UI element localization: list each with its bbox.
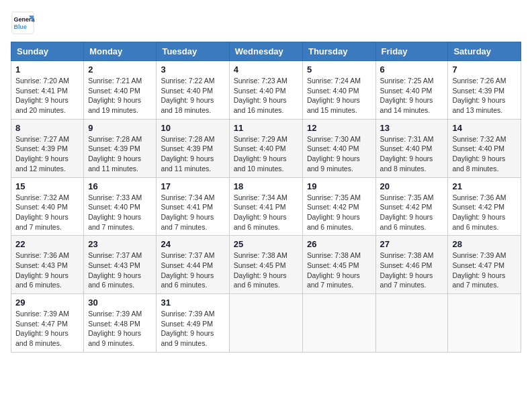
day-info: Sunrise: 7:37 AM Sunset: 4:44 PM Dayligh… — [161, 250, 224, 290]
day-number: 28 — [452, 239, 517, 249]
day-number: 13 — [380, 123, 444, 133]
calendar-day-cell: 27Sunrise: 7:38 AM Sunset: 4:46 PM Dayli… — [375, 236, 448, 294]
day-number: 31 — [161, 298, 224, 308]
day-info: Sunrise: 7:39 AM Sunset: 4:49 PM Dayligh… — [161, 309, 224, 349]
day-number: 21 — [452, 181, 517, 191]
calendar-day-cell: 3Sunrise: 7:22 AM Sunset: 4:40 PM Daylig… — [157, 61, 229, 120]
day-info: Sunrise: 7:39 AM Sunset: 4:47 PM Dayligh… — [15, 309, 79, 349]
day-number: 5 — [307, 64, 371, 75]
day-info: Sunrise: 7:20 AM Sunset: 4:41 PM Dayligh… — [15, 76, 79, 116]
day-number: 24 — [161, 239, 224, 249]
calendar-day-cell: 6Sunrise: 7:25 AM Sunset: 4:40 PM Daylig… — [375, 61, 448, 120]
day-info: Sunrise: 7:38 AM Sunset: 4:45 PM Dayligh… — [234, 250, 298, 290]
logo: General Blue — [11, 11, 38, 35]
calendar-day-cell: 24Sunrise: 7:37 AM Sunset: 4:44 PM Dayli… — [157, 236, 229, 294]
calendar-day-cell: 5Sunrise: 7:24 AM Sunset: 4:40 PM Daylig… — [302, 61, 375, 120]
calendar-header-friday: Friday — [375, 42, 448, 61]
day-number: 3 — [161, 64, 224, 75]
day-info: Sunrise: 7:38 AM Sunset: 4:45 PM Dayligh… — [307, 250, 371, 290]
day-info: Sunrise: 7:39 AM Sunset: 4:48 PM Dayligh… — [88, 309, 152, 349]
calendar-header-monday: Monday — [84, 42, 157, 61]
day-number: 2 — [88, 64, 152, 75]
day-number: 10 — [161, 123, 224, 133]
day-info: Sunrise: 7:31 AM Sunset: 4:40 PM Dayligh… — [380, 134, 444, 174]
calendar-day-cell: 16Sunrise: 7:33 AM Sunset: 4:40 PM Dayli… — [84, 177, 157, 236]
calendar-day-cell: 29Sunrise: 7:39 AM Sunset: 4:47 PM Dayli… — [11, 294, 84, 353]
day-info: Sunrise: 7:28 AM Sunset: 4:39 PM Dayligh… — [161, 134, 224, 174]
calendar-week-row: 1Sunrise: 7:20 AM Sunset: 4:41 PM Daylig… — [11, 61, 521, 120]
calendar-day-cell: 1Sunrise: 7:20 AM Sunset: 4:41 PM Daylig… — [11, 61, 84, 120]
day-number: 29 — [15, 298, 79, 308]
calendar-day-cell: 21Sunrise: 7:36 AM Sunset: 4:42 PM Dayli… — [448, 177, 521, 236]
day-number: 16 — [88, 181, 152, 191]
calendar-day-cell: 30Sunrise: 7:39 AM Sunset: 4:48 PM Dayli… — [84, 294, 157, 353]
day-info: Sunrise: 7:32 AM Sunset: 4:40 PM Dayligh… — [15, 193, 79, 232]
calendar-header-saturday: Saturday — [448, 42, 521, 61]
day-info: Sunrise: 7:35 AM Sunset: 4:42 PM Dayligh… — [380, 193, 444, 232]
calendar-day-cell: 18Sunrise: 7:34 AM Sunset: 4:41 PM Dayli… — [229, 177, 302, 236]
day-info: Sunrise: 7:39 AM Sunset: 4:47 PM Dayligh… — [452, 250, 517, 290]
day-info: Sunrise: 7:38 AM Sunset: 4:46 PM Dayligh… — [380, 250, 444, 290]
calendar-empty-cell — [302, 294, 375, 353]
day-info: Sunrise: 7:37 AM Sunset: 4:43 PM Dayligh… — [88, 250, 152, 290]
day-number: 25 — [234, 239, 298, 249]
calendar-header-wednesday: Wednesday — [229, 42, 302, 61]
day-number: 20 — [380, 181, 444, 191]
calendar-day-cell: 26Sunrise: 7:38 AM Sunset: 4:45 PM Dayli… — [302, 236, 375, 294]
day-info: Sunrise: 7:34 AM Sunset: 4:41 PM Dayligh… — [161, 193, 224, 232]
calendar-day-cell: 8Sunrise: 7:27 AM Sunset: 4:39 PM Daylig… — [11, 119, 84, 177]
day-info: Sunrise: 7:36 AM Sunset: 4:42 PM Dayligh… — [452, 193, 517, 232]
day-number: 12 — [307, 123, 371, 133]
day-number: 4 — [234, 64, 298, 75]
day-number: 26 — [307, 239, 371, 249]
day-info: Sunrise: 7:32 AM Sunset: 4:40 PM Dayligh… — [452, 134, 517, 174]
day-info: Sunrise: 7:24 AM Sunset: 4:40 PM Dayligh… — [307, 76, 371, 116]
calendar-day-cell: 9Sunrise: 7:28 AM Sunset: 4:39 PM Daylig… — [84, 119, 157, 177]
calendar-header-sunday: Sunday — [11, 42, 84, 61]
calendar-day-cell: 28Sunrise: 7:39 AM Sunset: 4:47 PM Dayli… — [448, 236, 521, 294]
day-number: 22 — [15, 239, 79, 249]
calendar-week-row: 29Sunrise: 7:39 AM Sunset: 4:47 PM Dayli… — [11, 294, 521, 353]
day-info: Sunrise: 7:27 AM Sunset: 4:39 PM Dayligh… — [15, 134, 79, 174]
calendar-day-cell: 20Sunrise: 7:35 AM Sunset: 4:42 PM Dayli… — [375, 177, 448, 236]
calendar-table: SundayMondayTuesdayWednesdayThursdayFrid… — [11, 42, 521, 353]
day-info: Sunrise: 7:26 AM Sunset: 4:39 PM Dayligh… — [452, 76, 517, 116]
calendar-empty-cell — [448, 294, 521, 353]
day-info: Sunrise: 7:36 AM Sunset: 4:43 PM Dayligh… — [15, 250, 79, 290]
day-number: 19 — [307, 181, 371, 191]
calendar-day-cell: 2Sunrise: 7:21 AM Sunset: 4:40 PM Daylig… — [84, 61, 157, 120]
calendar-day-cell: 7Sunrise: 7:26 AM Sunset: 4:39 PM Daylig… — [448, 61, 521, 120]
day-info: Sunrise: 7:28 AM Sunset: 4:39 PM Dayligh… — [88, 134, 152, 174]
calendar-header-tuesday: Tuesday — [157, 42, 229, 61]
calendar-day-cell: 14Sunrise: 7:32 AM Sunset: 4:40 PM Dayli… — [448, 119, 521, 177]
calendar-week-row: 22Sunrise: 7:36 AM Sunset: 4:43 PM Dayli… — [11, 236, 521, 294]
calendar-day-cell: 17Sunrise: 7:34 AM Sunset: 4:41 PM Dayli… — [157, 177, 229, 236]
day-number: 7 — [452, 64, 517, 75]
day-number: 8 — [15, 123, 79, 133]
day-number: 27 — [380, 239, 444, 249]
day-number: 9 — [88, 123, 152, 133]
calendar-empty-cell — [229, 294, 302, 353]
day-number: 23 — [88, 239, 152, 249]
day-info: Sunrise: 7:33 AM Sunset: 4:40 PM Dayligh… — [88, 193, 152, 232]
day-number: 1 — [15, 64, 79, 75]
calendar-day-cell: 31Sunrise: 7:39 AM Sunset: 4:49 PM Dayli… — [157, 294, 229, 353]
calendar-day-cell: 10Sunrise: 7:28 AM Sunset: 4:39 PM Dayli… — [157, 119, 229, 177]
calendar-header-row: SundayMondayTuesdayWednesdayThursdayFrid… — [11, 42, 521, 61]
day-info: Sunrise: 7:34 AM Sunset: 4:41 PM Dayligh… — [234, 193, 298, 232]
calendar-day-cell: 15Sunrise: 7:32 AM Sunset: 4:40 PM Dayli… — [11, 177, 84, 236]
header: General Blue — [11, 11, 521, 35]
calendar-empty-cell — [375, 294, 448, 353]
day-number: 6 — [380, 64, 444, 75]
calendar-day-cell: 25Sunrise: 7:38 AM Sunset: 4:45 PM Dayli… — [229, 236, 302, 294]
day-info: Sunrise: 7:30 AM Sunset: 4:40 PM Dayligh… — [307, 134, 371, 174]
calendar-day-cell: 13Sunrise: 7:31 AM Sunset: 4:40 PM Dayli… — [375, 119, 448, 177]
calendar-day-cell: 19Sunrise: 7:35 AM Sunset: 4:42 PM Dayli… — [302, 177, 375, 236]
day-number: 14 — [452, 123, 517, 133]
calendar-week-row: 8Sunrise: 7:27 AM Sunset: 4:39 PM Daylig… — [11, 119, 521, 177]
calendar-day-cell: 4Sunrise: 7:23 AM Sunset: 4:40 PM Daylig… — [229, 61, 302, 120]
day-number: 30 — [88, 298, 152, 308]
day-info: Sunrise: 7:25 AM Sunset: 4:40 PM Dayligh… — [380, 76, 444, 116]
day-info: Sunrise: 7:35 AM Sunset: 4:42 PM Dayligh… — [307, 193, 371, 232]
day-number: 17 — [161, 181, 224, 191]
